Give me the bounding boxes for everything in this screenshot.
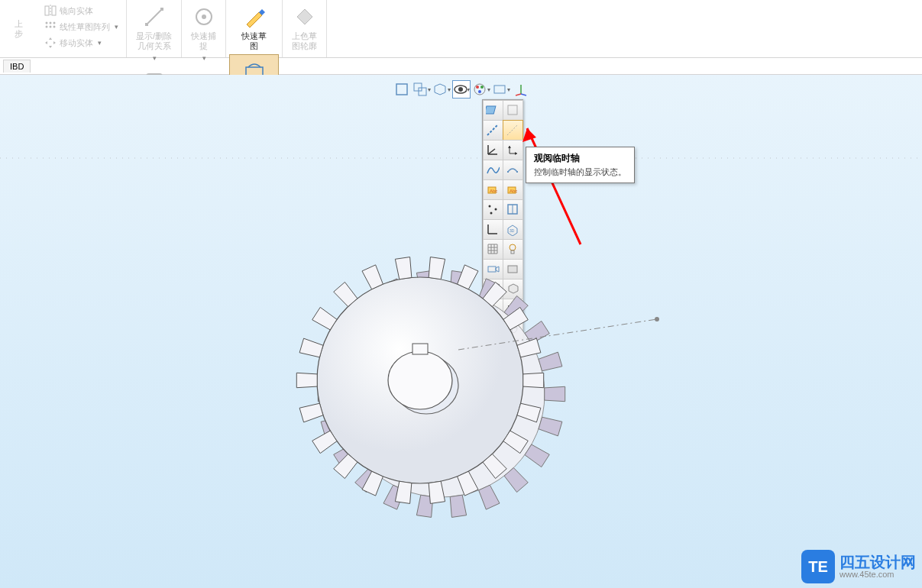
svg-line-9 [147,9,162,24]
svg-rect-10 [145,23,148,26]
view-points-button[interactable] [483,199,503,220]
tooltip: 观阅临时轴 控制临时轴的显示状态。 [526,147,635,183]
ruler [0,157,922,159]
temp-axis-line [458,312,672,357]
svg-line-71 [458,319,657,350]
svg-point-23 [480,86,484,89]
move-entity-button[interactable]: 移动实体▾ [41,35,105,50]
svg-point-69 [388,351,452,409]
svg-point-20 [458,87,463,92]
mirror-entity-button[interactable]: 镜向实体 [41,3,96,18]
view-live-section-button[interactable] [503,100,523,121]
view-axes-button[interactable] [483,120,503,141]
quick-snap-button[interactable]: 快速捕 捉▾ [185,2,222,66]
snap-icon [193,6,215,27]
tab-ibd[interactable]: IBD [3,60,31,73]
zoom-area-button[interactable]: ▾ [412,80,431,99]
view-3dsketch-button[interactable]: Abc [483,179,503,200]
watermark-url: www.45te.com [840,570,916,579]
view-visibility-button[interactable]: ▾ [452,80,471,99]
sketch-icon [244,6,265,27]
move-icon [44,37,57,49]
svg-point-44 [489,205,491,208]
svg-rect-17 [414,83,422,91]
watermark-badge: TE [801,550,835,583]
svg-point-22 [476,86,479,89]
svg-point-4 [50,22,52,24]
pattern-icon [44,21,57,33]
svg-rect-29 [486,106,496,114]
ribbon-step-button[interactable]: 上 步 [0,0,37,57]
view-origins-button[interactable] [483,140,503,160]
shaded-sketch-button[interactable]: 上色草 图轮廓 [286,2,323,54]
annotation-arrow [518,122,594,260]
svg-point-46 [490,212,493,215]
show-delete-relations-button[interactable]: 显示/删除 几何关系▾ [130,2,178,66]
svg-line-65 [527,128,581,244]
svg-rect-70 [412,344,428,354]
svg-text:Abc: Abc [490,189,497,193]
linear-pattern-button[interactable]: 线性草图阵列▾ [41,19,121,34]
svg-point-8 [53,26,56,28]
svg-line-31 [487,124,498,135]
triad-button[interactable] [512,80,530,99]
svg-rect-30 [508,105,517,115]
heads-up-toolbar: ▾ ▾ ▾ ▾ ▾ [393,80,530,99]
svg-point-24 [478,90,481,93]
svg-rect-16 [396,84,407,95]
view-planes-button[interactable] [483,100,503,121]
tooltip-body: 控制临时轴的显示状态。 [534,166,626,178]
zoom-fit-button[interactable] [393,80,411,99]
svg-point-5 [53,22,56,24]
view-curves-button[interactable] [483,160,503,180]
tooltip-title: 观阅临时轴 [534,152,626,165]
svg-rect-2 [52,6,56,15]
svg-point-45 [495,208,497,211]
mirror-icon [44,5,57,17]
viewport-3d[interactable]: ▾ ▾ ▾ ▾ ▾ Abc Abc [0,75,922,588]
svg-point-14 [202,15,206,19]
watermark-text: 四五设计网 [840,554,916,570]
appearance-button[interactable]: ▾ [472,80,490,99]
gear-model[interactable] [290,228,581,548]
svg-line-35 [488,149,495,154]
scene-button[interactable]: ▾ [492,80,510,99]
svg-text:Abc: Abc [510,189,517,193]
ribbon-toolbar: 上 步 镜向实体 线性草图阵列▾ 移动实体▾ 显示/删除 几何关系▾ 修复草 图 [0,0,922,58]
svg-point-72 [655,317,659,321]
svg-rect-38 [507,171,509,173]
quick-sketch-button[interactable]: 快速草 图 [235,2,273,54]
svg-point-7 [50,26,52,28]
svg-line-27 [516,94,521,95]
svg-rect-0 [45,6,49,15]
svg-line-28 [521,94,526,95]
svg-line-32 [507,124,518,135]
svg-rect-18 [419,88,426,95]
svg-rect-11 [160,8,163,11]
watermark: TE 四五设计网 www.45te.com [801,550,916,583]
relations-icon [144,6,165,27]
shaded-icon [294,6,315,27]
svg-rect-25 [494,86,505,93]
section-view-button[interactable]: ▾ [432,80,451,99]
svg-point-6 [46,26,48,28]
svg-point-3 [46,22,48,24]
